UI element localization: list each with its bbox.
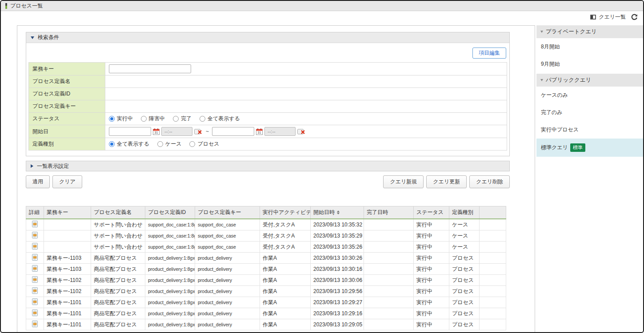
sidebar-item-september-start[interactable]: 9月開始 (536, 56, 643, 73)
form-row-process-def-key: プロセス定義キー (29, 100, 507, 113)
col-spacer (480, 206, 506, 219)
section-collapse-icon (540, 31, 543, 33)
query-list-label: クエリ一覧 (599, 13, 626, 21)
query-new-button[interactable]: クエリ新規 (383, 175, 424, 188)
col-start-datetime-label: 開始日時 (313, 209, 335, 215)
table-row: サポート問い合わせ support_doc_case:1:8gxqibsuppo… (26, 219, 506, 230)
radio-button-icon (141, 116, 147, 122)
radio-button-icon (173, 116, 179, 122)
detail-icon[interactable] (32, 321, 38, 327)
table-row: 業務キー-1101商品宅配プロセス product_delivery:1:8gx… (26, 319, 506, 330)
detail-icon[interactable] (32, 276, 38, 283)
query-sidebar: プライベートクエリ 8月開始 9月開始 パブリッククエリ ケースのみ 完了のみ … (536, 25, 643, 158)
search-conditions-panel: 検索条件 項目編集 業務キー プロセス定義名 (26, 32, 510, 156)
query-item-label: 完了のみ (541, 109, 563, 116)
apply-button[interactable]: 適用 (26, 175, 50, 188)
sidebar-item-standard-query[interactable]: 標準クエリ 標準 (536, 139, 643, 157)
status-option-all[interactable]: 全て表示する (200, 115, 240, 123)
top-toolbar: クエリ一覧 (1, 11, 643, 23)
detail-icon[interactable] (32, 232, 38, 238)
search-conditions-header[interactable]: 検索条件 (26, 32, 509, 43)
table-row: 業務キー-1102商品宅配プロセス product_delivery:1:8gx… (26, 286, 506, 297)
app-window: プロセス一覧 クエリ一覧 検索条件 項目編集 (0, 0, 644, 333)
svg-text:31: 31 (155, 131, 158, 134)
query-item-label: 実行中プロセス (541, 126, 579, 134)
detail-icon[interactable] (32, 287, 38, 294)
status-option-label: 全て表示する (208, 115, 240, 123)
query-list-button[interactable]: クエリ一覧 (590, 13, 626, 21)
refresh-icon[interactable] (631, 14, 638, 20)
query-item-label: ケースのみ (541, 91, 568, 99)
sidebar-item-case-only[interactable]: ケースのみ (536, 87, 643, 104)
def-type-option-case[interactable]: ケース (157, 140, 182, 148)
process-list-table: 詳細 業務キー プロセス定義名 プロセス定義ID プロセス定義キー 実行中アクテ… (26, 206, 506, 330)
query-delete-button[interactable]: クエリ削除 (469, 175, 510, 188)
list-display-settings-header[interactable]: 一覧表示設定 (26, 161, 510, 171)
query-update-button[interactable]: クエリ更新 (426, 175, 467, 188)
business-key-input[interactable] (109, 64, 191, 73)
start-date-label: 開始日 (29, 125, 105, 138)
clear-date-icon[interactable] (194, 128, 203, 135)
process-def-key-value (105, 100, 507, 113)
col-status: ステータス (414, 206, 449, 219)
private-query-header[interactable]: プライベートクエリ (536, 25, 643, 38)
date-separator: ~ (206, 128, 209, 135)
start-date-from-input[interactable] (109, 127, 151, 136)
process-def-name-value (105, 75, 507, 88)
search-conditions-title: 検索条件 (38, 34, 59, 41)
detail-icon[interactable] (32, 221, 38, 227)
status-option-completed[interactable]: 完了 (173, 115, 192, 123)
process-def-id-value (105, 88, 507, 100)
status-option-label: 障害中 (149, 115, 165, 123)
search-form: 業務キー プロセス定義名 プロセス定義ID プロセス定義キー (28, 62, 507, 151)
public-query-header[interactable]: パブリッククエリ (536, 74, 643, 87)
sort-icon[interactable] (337, 210, 340, 214)
query-item-label: 8月開始 (541, 43, 560, 51)
table-row: 業務キー-1102商品宅配プロセス product_delivery:1:8gx… (26, 275, 506, 286)
query-item-label: 標準クエリ (541, 144, 568, 151)
table-header-row: 詳細 業務キー プロセス定義名 プロセス定義ID プロセス定義キー 実行中アクテ… (26, 206, 506, 219)
detail-icon[interactable] (32, 309, 38, 316)
radio-button-icon (157, 141, 163, 147)
list-display-settings-title: 一覧表示設定 (37, 163, 69, 170)
col-def-key: プロセス定義キー (195, 206, 260, 219)
detail-icon[interactable] (32, 243, 38, 250)
def-type-option-all[interactable]: 全て表示する (109, 140, 149, 148)
content-area: 検索条件 項目編集 業務キー プロセス定義名 (1, 23, 643, 333)
start-time-from-input (161, 127, 192, 136)
table-row: 業務キー-1101商品宅配プロセス product_delivery:1:8gx… (26, 308, 506, 319)
status-option-error[interactable]: 障害中 (141, 115, 165, 123)
page-titlebar: プロセス一覧 (1, 1, 643, 11)
private-query-title: プライベートクエリ (546, 28, 597, 36)
status-option-running[interactable]: 実行中 (109, 115, 133, 123)
clear-date-icon[interactable] (297, 128, 306, 135)
form-row-start-date: 開始日 31 ~ 31 (29, 125, 507, 138)
col-start-datetime[interactable]: 開始日時 (311, 206, 364, 219)
query-panel-toggle-icon (590, 15, 596, 20)
detail-icon[interactable] (32, 265, 38, 272)
col-def-type: 定義種別 (449, 206, 480, 219)
form-row-process-def-name: プロセス定義名 (29, 75, 507, 88)
def-type-option-process[interactable]: プロセス (189, 140, 219, 148)
sidebar-item-running-process[interactable]: 実行中プロセス (536, 121, 643, 139)
calendar-icon[interactable]: 31 (256, 128, 263, 135)
form-row-process-def-id: プロセス定義ID (29, 88, 507, 100)
process-def-id-label: プロセス定義ID (29, 88, 105, 100)
detail-icon[interactable] (32, 298, 38, 305)
edit-items-button[interactable]: 項目編集 (472, 48, 506, 59)
main-panel: 検索条件 項目編集 業務キー プロセス定義名 (17, 25, 535, 333)
def-type-label: 定義種別 (29, 138, 105, 151)
start-date-to-input[interactable] (212, 127, 254, 136)
title-marker-icon (5, 3, 7, 9)
sidebar-item-august-start[interactable]: 8月開始 (536, 38, 643, 56)
query-item-label: 9月開始 (541, 60, 560, 68)
sidebar-item-completed-only[interactable]: 完了のみ (536, 104, 643, 121)
calendar-icon[interactable]: 31 (153, 128, 160, 135)
start-time-to-input (264, 127, 296, 136)
process-def-key-label: プロセス定義キー (29, 100, 105, 113)
radio-button-icon (109, 141, 115, 147)
table-row: 業務キー-1103商品宅配プロセス product_delivery:1:8gx… (26, 253, 506, 264)
detail-icon[interactable] (32, 254, 38, 261)
clear-button[interactable]: クリア (52, 175, 82, 188)
expand-arrow-icon (31, 164, 33, 168)
